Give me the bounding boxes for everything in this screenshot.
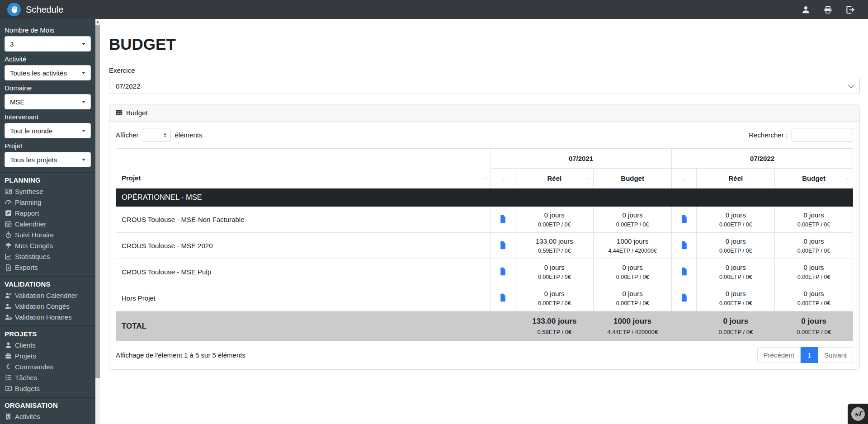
document-icon[interactable] [500, 267, 506, 276]
section-title: PROJETS [5, 330, 91, 338]
symfony-profiler-badge[interactable]: sf [848, 404, 868, 424]
sort-updown-icon [164, 133, 166, 137]
scrollbar-thumb[interactable] [95, 25, 100, 378]
sidebar-item-activites[interactable]: Activités [5, 411, 91, 422]
briefcase-icon [5, 353, 12, 359]
id-card-icon [5, 188, 12, 195]
pagination-previous-button[interactable]: Précédent [757, 347, 801, 363]
budget-panel-header: Budget [109, 104, 859, 122]
document-icon[interactable] [681, 267, 688, 276]
exercice-select[interactable]: 07/2022 [109, 78, 860, 94]
budget-table: Projet ↑↓ 07/2021 07/2022 ↑↓ Réel↑↓ Budg… [116, 148, 853, 341]
show-label: Afficher [116, 131, 139, 139]
project-name: Hors Projet [116, 285, 491, 311]
person-select[interactable]: Tout le monde [5, 123, 91, 138]
document-icon[interactable] [681, 293, 688, 302]
doc-cell [491, 207, 515, 233]
months-filter-label: Nombre de Mois [5, 26, 91, 34]
chart-line-icon [5, 253, 12, 260]
document-icon[interactable] [500, 293, 506, 302]
caret-down-icon [82, 72, 85, 74]
sort-icon: ↑↓ [587, 176, 590, 181]
table-footer: Affichage de l'élement 1 à 5 sur 5 éléme… [116, 347, 853, 363]
total-value-cell: 133.00 jours0.59ETP / 0€ [515, 311, 594, 341]
column-header-projet[interactable]: Projet ↑↓ [116, 149, 491, 188]
column-header-budget-2021[interactable]: Budget↑↓ [594, 169, 672, 188]
sidebar-item-budgets[interactable]: Budgets [5, 383, 91, 394]
total-label: TOTAL [116, 311, 491, 341]
brand-link[interactable]: Schedule [7, 3, 63, 16]
column-header-budget-2022[interactable]: Budget↑↓ [775, 169, 853, 188]
column-header-doc-2021[interactable]: ↑↓ [491, 169, 515, 188]
document-icon[interactable] [500, 241, 506, 250]
sidebar: Nombre de Mois 3 Activité Toutes les act… [0, 19, 95, 424]
column-header-reel-2022[interactable]: Réel↑↓ [697, 169, 775, 188]
caret-down-icon [82, 130, 85, 132]
domain-select[interactable]: MSE [5, 94, 91, 109]
sidebar-item-domaines[interactable]: Domaines [5, 422, 91, 424]
section-planning: PLANNING Synthese Planning Rapport Calen… [0, 172, 95, 276]
value-cell: 0 jours0.00ETP / 0€ [594, 285, 672, 311]
sidebar-item-rapport[interactable]: Rapport [5, 207, 91, 218]
sidebar-item-taches[interactable]: Tâches [5, 372, 91, 383]
pagination-page-1-button[interactable]: 1 [801, 347, 818, 363]
sidebar-item-exports[interactable]: Exports [5, 262, 91, 273]
sidebar-item-validation-calendrier[interactable]: Validation Calendrier [5, 290, 91, 301]
value-cell: 0 jours0.00ETP / 0€ [515, 207, 594, 233]
value-cell: 0 jours0.00ETP / 0€ [697, 259, 775, 285]
pagination-next-button[interactable]: Suivant [818, 347, 853, 363]
value-cell: 0 jours0.00ETP / 0€ [697, 285, 775, 311]
search-label: Rechercher : [749, 131, 788, 139]
sidebar-item-commandes[interactable]: €Commandes [5, 361, 91, 372]
section-organisation: ORGANISATION Activités Domaines Utilisat… [0, 397, 95, 424]
sidebar-item-clients[interactable]: Clients [5, 339, 91, 350]
section-validations: VALIDATIONS Validation Calendrier Valida… [0, 276, 95, 325]
chevron-down-icon [848, 82, 854, 88]
elements-label: éléments [175, 131, 203, 139]
title-divider [109, 59, 860, 59]
file-export-icon [5, 264, 12, 271]
doc-cell [672, 285, 697, 311]
months-select[interactable]: 3 [5, 36, 91, 52]
column-header-doc-2022[interactable]: ↑↓ [672, 169, 697, 188]
user-dot-icon [5, 303, 12, 310]
sidebar-item-calendrier[interactable]: Calendrier [5, 218, 91, 229]
sidebar-item-planning[interactable]: Planning [5, 197, 91, 207]
sidebar-item-projets[interactable]: Projets [5, 350, 91, 361]
table-row: CROUS Toulouse - MSE-Non Facturable 0 jo… [116, 207, 853, 233]
list-check-icon [5, 374, 12, 381]
search-input[interactable] [792, 128, 853, 142]
content-scrollbar[interactable]: ▲ [95, 19, 100, 424]
user-check-icon [5, 292, 12, 299]
sidebar-item-statistiques[interactable]: Statistiques [5, 251, 91, 262]
project-name: CROUS Toulouse - MSE-Non Facturable [116, 207, 491, 233]
value-cell: 0 jours0.00ETP / 0€ [594, 259, 672, 285]
scroll-up-arrow[interactable]: ▲ [95, 19, 100, 25]
pagination: Précédent 1 Suivant [757, 347, 853, 363]
document-icon[interactable] [681, 241, 688, 250]
table-info: Affichage de l'élement 1 à 5 sur 5 éléme… [116, 351, 245, 359]
sidebar-item-mes-conges[interactable]: Mes Congés [5, 240, 91, 251]
year-group-2022: 07/2022 [672, 149, 853, 169]
doc-cell [672, 207, 697, 233]
column-header-reel-2021[interactable]: Réel↑↓ [515, 169, 594, 188]
value-cell: 0 jours0.00ETP / 0€ [697, 233, 775, 259]
page-length-select[interactable] [143, 128, 171, 142]
doc-cell [672, 259, 697, 285]
activity-select[interactable]: Toutes les activités [5, 65, 91, 80]
value-cell: 1000 jours4.44ETP / 420000€ [594, 233, 672, 259]
sidebar-item-validation-horaires[interactable]: Validation Horaires [5, 311, 91, 322]
project-select[interactable]: Tous les projets [5, 152, 91, 167]
sidebar-item-synthese[interactable]: Synthese [5, 186, 91, 197]
user-icon[interactable] [802, 5, 810, 14]
sort-icon: ↑↓ [665, 176, 669, 181]
sign-out-icon[interactable] [846, 5, 854, 14]
stopwatch-icon [5, 231, 12, 238]
year-header-row: Projet ↑↓ 07/2021 07/2022 [116, 149, 853, 169]
sidebar-item-validation-conges[interactable]: Validation Congés [5, 301, 91, 311]
user-icon [5, 342, 12, 349]
document-icon[interactable] [500, 215, 506, 223]
document-icon[interactable] [681, 215, 688, 223]
sidebar-item-suivi-horaire[interactable]: Suivi Horaire [5, 229, 91, 240]
print-icon[interactable] [824, 5, 832, 14]
